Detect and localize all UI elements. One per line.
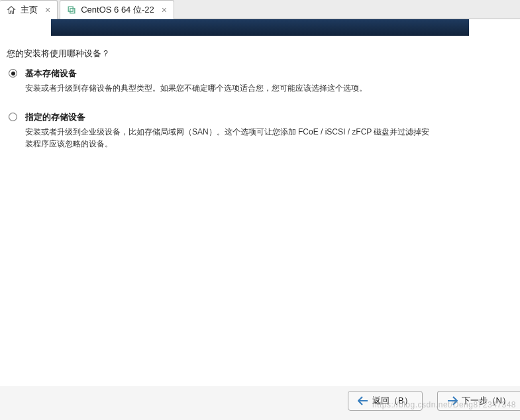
installer-banner (51, 19, 469, 36)
installer-content: 您的安装将使用哪种设备？ 基本存储设备 安装或者升级到存储设备的典型类型。如果您… (0, 19, 520, 386)
arrow-right-icon (447, 396, 458, 405)
option-basic-desc: 安装或者升级到存储设备的典型类型。如果您不确定哪个选项适合您，您可能应该选择这个… (25, 82, 436, 94)
option-specialized[interactable]: 指定的存储设备 安装或者升级到企业级设备，比如存储局域网（SAN）。这个选项可让… (9, 111, 517, 150)
radio-basic[interactable] (9, 69, 17, 78)
svg-rect-0 (68, 7, 73, 11)
svg-rect-1 (70, 9, 75, 13)
tab-home[interactable]: 主页 × (0, 0, 58, 19)
close-icon[interactable]: × (162, 5, 167, 15)
next-button[interactable]: 下一步（N） (437, 391, 520, 411)
arrow-left-icon (358, 396, 368, 405)
radio-specialized[interactable] (9, 113, 17, 121)
button-bar: 返回（B） 下一步（N） (348, 391, 520, 411)
vm-icon (67, 5, 76, 15)
tab-bar: 主页 × CentOS 6 64 位-22 × (0, 0, 520, 19)
tab-vm-label: CentOS 6 64 位-22 (81, 4, 154, 16)
next-button-label: 下一步（N） (462, 395, 511, 407)
tab-home-label: 主页 (21, 4, 38, 16)
option-specialized-title: 指定的存储设备 (25, 111, 436, 123)
tab-vm[interactable]: CentOS 6 64 位-22 × (60, 0, 174, 19)
option-specialized-text: 指定的存储设备 安装或者升级到企业级设备，比如存储局域网（SAN）。这个选项可让… (25, 111, 436, 150)
option-basic-title: 基本存储设备 (25, 68, 436, 79)
option-specialized-desc: 安装或者升级到企业级设备，比如存储局域网（SAN）。这个选项可让您添加 FCoE… (25, 126, 436, 150)
storage-options: 基本存储设备 安装或者升级到存储设备的典型类型。如果您不确定哪个选项适合您，您可… (9, 68, 517, 150)
storage-question: 您的安装将使用哪种设备？ (7, 48, 517, 60)
home-icon (7, 5, 16, 15)
back-button-label: 返回（B） (372, 395, 413, 407)
option-basic-text: 基本存储设备 安装或者升级到存储设备的典型类型。如果您不确定哪个选项适合您，您可… (25, 68, 436, 94)
close-icon[interactable]: × (45, 5, 50, 15)
back-button[interactable]: 返回（B） (348, 391, 423, 411)
option-basic[interactable]: 基本存储设备 安装或者升级到存储设备的典型类型。如果您不确定哪个选项适合您，您可… (9, 68, 517, 94)
